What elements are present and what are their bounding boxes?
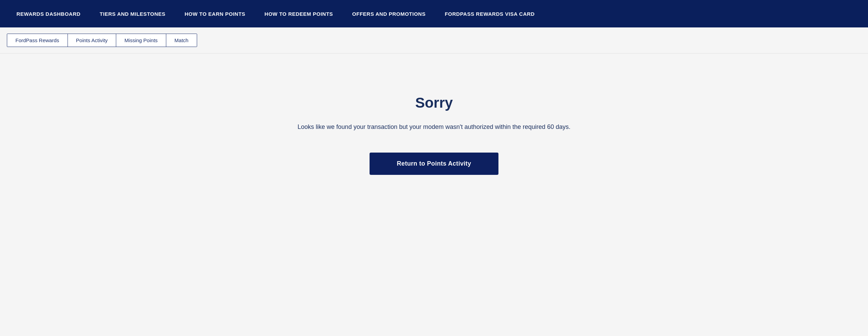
tab-missing-points[interactable]: Missing Points bbox=[116, 34, 166, 47]
nav-how-to-earn[interactable]: HOW TO EARN POINTS bbox=[175, 0, 255, 27]
nav-tiers-milestones[interactable]: TIERS AND MILESTONES bbox=[90, 0, 175, 27]
top-navigation: REWARDS DASHBOARD TIERS AND MILESTONES H… bbox=[0, 0, 868, 27]
tab-points-activity[interactable]: Points Activity bbox=[68, 34, 117, 47]
sub-navigation: FordPass Rewards Points Activity Missing… bbox=[0, 27, 868, 53]
return-to-points-activity-button[interactable]: Return to Points Activity bbox=[370, 153, 499, 175]
page-title: Sorry bbox=[415, 95, 453, 111]
nav-rewards-dashboard[interactable]: REWARDS DASHBOARD bbox=[7, 0, 90, 27]
main-content: Sorry Looks like we found your transacti… bbox=[0, 53, 868, 195]
tab-fordpass-rewards[interactable]: FordPass Rewards bbox=[7, 34, 68, 47]
tab-match[interactable]: Match bbox=[166, 34, 197, 47]
tab-group: FordPass Rewards Points Activity Missing… bbox=[7, 34, 197, 47]
nav-offers-promotions[interactable]: OFFERS AND PROMOTIONS bbox=[342, 0, 435, 27]
nav-fordpass-visa[interactable]: FORDPASS REWARDS VISA CARD bbox=[435, 0, 544, 27]
sorry-description: Looks like we found your transaction but… bbox=[298, 122, 570, 132]
nav-how-to-redeem[interactable]: HOW TO REDEEM POINTS bbox=[255, 0, 343, 27]
